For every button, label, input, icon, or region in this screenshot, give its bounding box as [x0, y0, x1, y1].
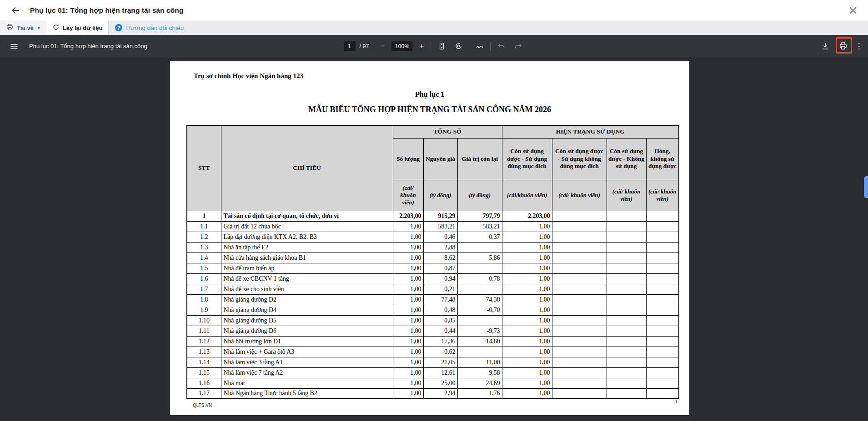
close-icon[interactable]: [848, 5, 858, 15]
reload-data-button[interactable]: Lấy lại dữ liệu: [46, 20, 109, 35]
table-cell: Nhà làm việc 7 tầng A2: [221, 367, 393, 378]
redo-icon[interactable]: [512, 40, 524, 53]
zoom-out-button[interactable]: −: [377, 42, 387, 51]
table-row: 1.11Nhà giảng đường D61,000,44-9,731,00: [187, 326, 679, 336]
table-cell: [646, 388, 679, 399]
table-cell: [607, 253, 646, 263]
table-cell: 1,00: [393, 305, 423, 315]
table-cell: 1,00: [393, 347, 423, 357]
table-cell: [552, 347, 607, 357]
header-group-total: TỔNG SỐ: [393, 125, 502, 138]
table-cell: [607, 232, 646, 242]
table-cell: [646, 284, 679, 294]
pdf-toolbar-right: ⋮: [819, 40, 863, 53]
rotate-icon[interactable]: [452, 40, 465, 53]
header-unit: (cái/ khuôn viên): [607, 180, 646, 211]
menu-icon[interactable]: [8, 40, 20, 53]
undo-icon[interactable]: [495, 40, 507, 53]
download-icon[interactable]: [819, 40, 832, 53]
table-cell: [607, 305, 646, 315]
table-cell: 0,87: [423, 263, 457, 273]
table-cell: 1,00: [502, 284, 552, 294]
table-cell: [607, 284, 646, 294]
table-cell: 1,00: [502, 263, 552, 273]
scrollbar-thumb[interactable]: [864, 176, 868, 198]
table-cell: Nhà để trạm biến áp: [221, 263, 393, 273]
table-cell: [457, 263, 502, 273]
table-row: 1.16Nhà mát1,0025,0024,691,00: [187, 378, 679, 388]
table-cell: 0,21: [423, 284, 457, 294]
table-row: 1.3Nhà ăn tập thể E21,002,881,00: [187, 242, 679, 253]
table-cell: -9,73: [457, 326, 502, 336]
zoom-in-button[interactable]: +: [416, 42, 426, 51]
header-unit: (cái/khuôn viên): [502, 180, 552, 211]
table-cell: [646, 367, 679, 378]
document-page: Trụ sở chính Học viện Ngân hàng 123 Phụ …: [170, 61, 689, 415]
table-cell: Nhà để xe cho sinh viên: [221, 284, 393, 294]
table-cell: 1.1: [187, 221, 221, 232]
document-title: MẪU BIỂU TỔNG HỢP HIỆN TRẠNG TÀI SẢN CÔN…: [170, 105, 689, 114]
print-icon[interactable]: [837, 40, 849, 53]
table-cell: [607, 357, 646, 367]
table-cell: [646, 336, 679, 347]
table-cell: [552, 242, 607, 253]
toolbar-divider: [431, 42, 431, 51]
table-cell: 1,00: [502, 315, 552, 326]
table-cell: 1.17: [187, 388, 221, 399]
table-cell: 0,46: [423, 232, 457, 242]
footer-page-number: 1: [675, 398, 677, 405]
table-cell: [552, 367, 607, 378]
table-row: 1.2Lắp đặt đường điện KTX A2, B2, B31,00…: [187, 232, 679, 242]
table-cell: 1,00: [393, 378, 423, 388]
table-row: 1Tài sản cố định tại cơ quan, tổ chức, đ…: [187, 211, 679, 221]
printer-icon: [6, 23, 14, 32]
table-row: 1.15Nhà làm việc 7 tầng A21,0012,619,581…: [187, 367, 679, 378]
table-cell: [552, 305, 607, 315]
header-col: Giá trị còn lại: [457, 138, 502, 180]
table-cell: 2.203,00: [393, 211, 423, 221]
back-arrow-icon[interactable]: [10, 5, 21, 16]
page-total-label: / 97: [360, 43, 369, 50]
fit-page-icon[interactable]: [435, 40, 448, 53]
table-cell: [552, 336, 607, 347]
table-cell: 1,00: [502, 367, 552, 378]
table-cell: 0,62: [423, 347, 457, 357]
more-options-icon[interactable]: ⋮: [854, 41, 863, 51]
table-cell: 8,62: [423, 253, 457, 263]
table-cell: [457, 315, 502, 326]
table-cell: [646, 347, 679, 357]
table-cell: 0,48: [423, 305, 457, 315]
table-cell: 583,21: [457, 221, 502, 232]
table-cell: 74,38: [457, 294, 502, 305]
table-cell: 2,88: [423, 242, 457, 253]
table-cell: [607, 294, 646, 305]
table-cell: 1,00: [502, 388, 552, 399]
table-cell: [607, 378, 646, 388]
table-cell: 17,36: [423, 336, 457, 347]
footer-brand: QLTS.VN: [193, 403, 212, 408]
table-cell: [607, 263, 646, 273]
table-cell: 1,00: [393, 326, 423, 336]
table-cell: Nhà giảng đường D2: [221, 294, 393, 305]
guide-link[interactable]: ? Hướng dẫn đối chiếu: [109, 20, 190, 35]
zoom-level-input[interactable]: 100%: [391, 41, 412, 51]
header-col: Số lượng: [393, 138, 423, 180]
download-menu-button[interactable]: Tải về ▾: [0, 20, 46, 35]
table-row: 1.7Nhà để xe cho sinh viên1,000,211,00: [187, 284, 679, 294]
table-cell: 25,00: [423, 378, 457, 388]
table-cell: [552, 273, 607, 284]
table-cell: [607, 273, 646, 284]
modal-header: Phụ lục 01: Tổng hợp hiện trạng tài sản …: [0, 0, 868, 20]
page-number-input[interactable]: 1: [344, 41, 356, 51]
table-cell: [646, 263, 679, 273]
actions-toolbar: Tải về ▾ Lấy lại dữ liệu ? Hướng dẫn đối…: [0, 20, 868, 35]
table-cell: 1.10: [187, 315, 221, 326]
table-cell: [646, 253, 679, 263]
table-cell: 1.8: [187, 294, 221, 305]
asset-table-header: STT CHỈ TIÊU TỔNG SỐ HIỆN TRẠNG SỬ DỤNG …: [187, 125, 679, 211]
table-cell: 14,60: [457, 336, 502, 347]
table-cell: 1.2: [187, 232, 221, 242]
toolbar-divider: [469, 42, 469, 51]
annotate-pen-icon[interactable]: [473, 40, 486, 53]
table-cell: 1,00: [502, 357, 552, 367]
